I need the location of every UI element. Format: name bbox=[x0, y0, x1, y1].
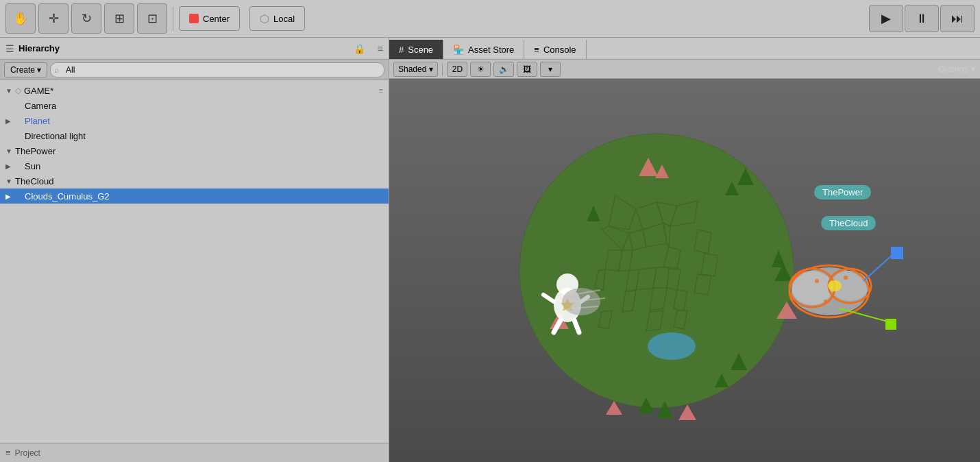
scene-toolbar-sep1 bbox=[442, 63, 443, 75]
toolbar-separator-1 bbox=[173, 6, 173, 31]
gizmos-text: Gizmos bbox=[938, 64, 968, 74]
planet-svg bbox=[492, 99, 821, 435]
hierarchy-list: ▼ ◇ GAME* ≡ Camera ▶ Planet Direc bbox=[0, 80, 389, 443]
svg-marker-15 bbox=[678, 404, 696, 420]
pivot-center-button[interactable]: Center bbox=[179, 6, 240, 31]
svg-point-26 bbox=[562, 288, 600, 315]
hierarchy-item-thecloud[interactable]: ▼ TheCloud bbox=[0, 173, 389, 189]
hierarchy-item-sun[interactable]: ▶ Sun bbox=[0, 158, 389, 173]
arrow-sun: ▶ bbox=[5, 162, 15, 170]
step-button[interactable]: ⏭ bbox=[940, 5, 975, 32]
scale-tool-button[interactable]: ⊞ bbox=[104, 3, 134, 34]
asset-store-icon: 🏪 bbox=[453, 45, 464, 55]
create-dropdown-icon: ▾ bbox=[37, 65, 41, 75]
scene-tab[interactable]: # Scene bbox=[389, 40, 443, 59]
hierarchy-search-bar: Create ▾ ⌕ bbox=[0, 60, 389, 80]
hand-tool-button[interactable]: ✋ bbox=[5, 3, 36, 34]
hierarchy-item-camera[interactable]: Camera bbox=[0, 98, 389, 113]
bottom-project-icon: ≡ bbox=[5, 448, 11, 458]
scene-tab-icon: # bbox=[399, 45, 404, 55]
rotate-tool-button[interactable]: ↻ bbox=[71, 3, 101, 34]
asset-store-label: Asset Store bbox=[468, 45, 514, 55]
main-toolbar: ✋ ✛ ↻ ⊞ ⊡ Center ⬡ Local ▶ ⏸ ⏭ bbox=[0, 0, 980, 38]
scene-area: # Scene 🏪 Asset Store ≡ Console Shaded ▾… bbox=[389, 38, 980, 462]
gizmos-dropdown[interactable]: ▾ bbox=[971, 64, 976, 74]
scene-viewport[interactable]: ThePower TheCloud bbox=[389, 79, 980, 462]
lighting-button[interactable]: ☀ bbox=[470, 62, 491, 77]
search-wrapper: ⌕ bbox=[50, 62, 384, 77]
directional-light-label: Directional light bbox=[25, 131, 86, 141]
console-tab[interactable]: ≡ Console bbox=[524, 40, 586, 59]
console-label: Console bbox=[543, 45, 576, 55]
svg-rect-42 bbox=[885, 319, 896, 330]
hierarchy-item-planet[interactable]: ▶ Planet bbox=[0, 113, 389, 128]
create-button[interactable]: Create ▾ bbox=[4, 62, 47, 77]
search-input[interactable] bbox=[50, 62, 384, 77]
hierarchy-item-clouds-cumulus[interactable]: ▶ Clouds_Cumulus_G2 bbox=[0, 189, 389, 204]
lock-icon[interactable]: 🔒 bbox=[354, 43, 365, 54]
thepower-label: ThePower bbox=[15, 146, 56, 156]
console-icon: ≡ bbox=[534, 45, 539, 55]
arrow-thepower: ▼ bbox=[5, 147, 15, 155]
game-icon: ◇ bbox=[15, 86, 21, 95]
game-label: GAME* bbox=[24, 86, 53, 96]
shading-dropdown-icon: ▾ bbox=[429, 64, 433, 74]
local-icon: ⬡ bbox=[260, 12, 269, 25]
bottom-project-label: Project bbox=[15, 448, 40, 458]
scene-tabs: # Scene 🏪 Asset Store ≡ Console bbox=[389, 38, 980, 60]
pause-button[interactable]: ⏸ bbox=[905, 5, 939, 32]
pivot-local-label: Local bbox=[273, 14, 295, 24]
svg-rect-40 bbox=[891, 247, 903, 259]
fx-more-icon: ▾ bbox=[548, 64, 552, 74]
hierarchy-panel-title: Hierarchy bbox=[19, 43, 60, 53]
hierarchy-item-thepower[interactable]: ▼ ThePower bbox=[0, 143, 389, 158]
selected-cloud-svg bbox=[774, 236, 925, 339]
hierarchy-bottom: ≡ Project bbox=[0, 443, 389, 462]
fx-icon: 🖼 bbox=[523, 64, 531, 74]
asset-store-tab[interactable]: 🏪 Asset Store bbox=[443, 40, 524, 59]
svg-point-2 bbox=[648, 332, 696, 360]
rect-tool-button[interactable]: ⊡ bbox=[137, 3, 167, 34]
create-label: Create bbox=[10, 65, 35, 75]
scene-toolbar: Shaded ▾ 2D ☀ 🔊 🖼 ▾ Gizmos ▾ bbox=[389, 60, 980, 79]
arrow-clouds-cumulus: ▶ bbox=[5, 193, 15, 200]
sun-label: Sun bbox=[25, 161, 40, 171]
pivot-center-label: Center bbox=[203, 14, 230, 24]
audio-button[interactable]: 🔊 bbox=[493, 62, 514, 77]
scene-tab-label: Scene bbox=[408, 45, 433, 55]
clouds-cumulus-label: Clouds_Cumulus_G2 bbox=[25, 191, 110, 202]
hierarchy-panel: ☰ Hierarchy 🔒 ≡ Create ▾ ⌕ ▼ ◇ GAME* ≡ bbox=[0, 38, 389, 462]
move-tool-button[interactable]: ✛ bbox=[38, 3, 69, 34]
fx-button[interactable]: 🖼 bbox=[517, 62, 537, 77]
play-button[interactable]: ▶ bbox=[869, 5, 903, 32]
arrow-planet: ▶ bbox=[5, 117, 15, 125]
lighting-icon: ☀ bbox=[477, 64, 485, 74]
svg-point-39 bbox=[824, 300, 828, 304]
shading-select[interactable]: Shaded ▾ bbox=[393, 62, 438, 77]
hierarchy-list-icon: ≡ bbox=[379, 86, 389, 95]
thepower-scene-label: ThePower bbox=[814, 185, 871, 199]
thecloud-label: TheCloud bbox=[15, 176, 53, 186]
hierarchy-menu-icon[interactable]: ≡ bbox=[378, 43, 383, 54]
hierarchy-item-directional-light[interactable]: Directional light bbox=[0, 128, 389, 143]
arrow-game: ▼ bbox=[5, 87, 15, 95]
shading-label: Shaded bbox=[398, 64, 426, 74]
pivot-local-button[interactable]: ⬡ Local bbox=[249, 6, 305, 31]
fx-more-button[interactable]: ▾ bbox=[540, 62, 561, 77]
svg-point-36 bbox=[828, 280, 842, 291]
play-controls: ▶ ⏸ ⏭ bbox=[869, 5, 975, 32]
svg-point-37 bbox=[815, 279, 819, 283]
svg-point-38 bbox=[844, 276, 848, 280]
pivot-icon bbox=[189, 14, 199, 23]
planet-label: Planet bbox=[25, 116, 50, 126]
main-area: ☰ Hierarchy 🔒 ≡ Create ▾ ⌕ ▼ ◇ GAME* ≡ bbox=[0, 38, 980, 462]
svg-line-41 bbox=[863, 254, 893, 281]
2d-button[interactable]: 2D bbox=[447, 62, 467, 77]
2d-label: 2D bbox=[452, 64, 463, 74]
hierarchy-header: ☰ Hierarchy 🔒 ≡ bbox=[0, 38, 389, 60]
camera-label: Camera bbox=[25, 101, 56, 111]
gizmos-label: Gizmos ▾ bbox=[938, 60, 976, 79]
audio-icon: 🔊 bbox=[499, 64, 509, 74]
hierarchy-item-game[interactable]: ▼ ◇ GAME* ≡ bbox=[0, 83, 389, 98]
thecloud-scene-label: TheCloud bbox=[821, 216, 876, 230]
